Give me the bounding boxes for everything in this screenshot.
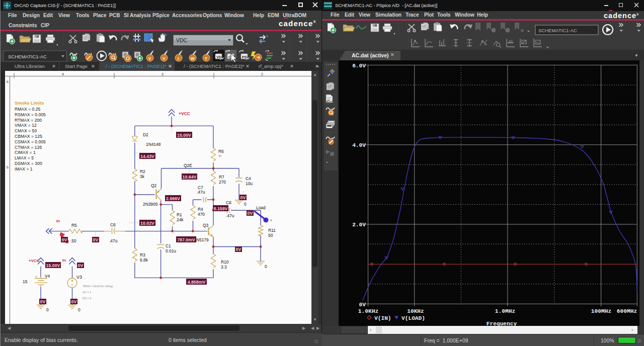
svg-text:+VCC: +VCC bbox=[29, 258, 40, 263]
svg-text:CMAX = 50: CMAX = 50 bbox=[15, 128, 37, 133]
svg-text:CBMAX = 125: CBMAX = 125 bbox=[15, 134, 42, 139]
svg-text:.50: .50 bbox=[70, 238, 76, 243]
svg-text:600MHz: 600MHz bbox=[617, 308, 637, 314]
svg-text:AC = 1: AC = 1 bbox=[83, 291, 91, 294]
svg-text:4.858mV: 4.858mV bbox=[188, 280, 206, 285]
svg-text:T: T bbox=[205, 56, 207, 61]
svg-text:R1: R1 bbox=[177, 212, 182, 217]
svg-text:CSMAX = 0.005: CSMAX = 0.005 bbox=[15, 139, 46, 144]
svg-text:0V: 0V bbox=[40, 299, 46, 304]
svg-text:RMAX = 0.25: RMAX = 0.25 bbox=[15, 107, 41, 112]
svg-text:0V: 0V bbox=[248, 211, 253, 216]
svg-text:PD: PD bbox=[242, 55, 248, 59]
svg-text:0V: 0V bbox=[78, 263, 84, 268]
svg-text:0.01u: 0.01u bbox=[166, 248, 176, 253]
svg-text:0V: 0V bbox=[71, 299, 77, 304]
svg-text:RTMAX = 200: RTMAX = 200 bbox=[15, 118, 42, 123]
svg-text:.47u: .47u bbox=[226, 213, 234, 218]
svg-text:24k: 24k bbox=[177, 217, 184, 222]
svg-text:6.8k: 6.8k bbox=[140, 257, 148, 263]
svg-text:K1: K1 bbox=[536, 41, 540, 44]
svg-text:V: V bbox=[163, 56, 166, 61]
svg-text:C4: C4 bbox=[246, 176, 251, 181]
svg-text:R6: R6 bbox=[218, 149, 224, 154]
svg-text:I: I bbox=[178, 56, 179, 61]
svg-text:15.00V: 15.00V bbox=[46, 263, 60, 268]
svg-text:R2: R2 bbox=[140, 169, 145, 174]
svg-text:0V: 0V bbox=[62, 237, 67, 242]
svg-text:V4: V4 bbox=[45, 274, 50, 279]
svg-text:14.43V: 14.43V bbox=[140, 154, 154, 159]
svg-text:CTMAX = 125: CTMAX = 125 bbox=[15, 145, 42, 150]
svg-text:2.0V: 2.0V bbox=[352, 222, 366, 228]
svg-text:R7: R7 bbox=[219, 175, 224, 180]
svg-text:3: 3 bbox=[162, 72, 164, 76]
svg-text:0: 0 bbox=[265, 264, 267, 269]
svg-text:b: b bbox=[7, 80, 9, 83]
svg-text:R11: R11 bbox=[268, 228, 276, 233]
svg-text:IMAX = 1: IMAX = 1 bbox=[15, 166, 33, 171]
svg-text:4.0V: 4.0V bbox=[352, 142, 366, 148]
svg-text:✕: ✕ bbox=[520, 28, 524, 33]
svg-text:V3: V3 bbox=[76, 275, 82, 280]
svg-text:6.0V: 6.0V bbox=[352, 63, 366, 69]
svg-text:V(IN): V(IN) bbox=[374, 315, 391, 321]
svg-text:R10: R10 bbox=[221, 260, 229, 265]
svg-text:Frequency: Frequency bbox=[487, 321, 517, 326]
svg-text:R5: R5 bbox=[71, 223, 77, 228]
svg-text:V: V bbox=[148, 56, 151, 61]
svg-text:0V: 0V bbox=[236, 247, 242, 252]
svg-text:C6: C6 bbox=[110, 222, 116, 227]
svg-text:0: 0 bbox=[78, 307, 80, 312]
svg-text:2.996V: 2.996V bbox=[166, 196, 180, 201]
svg-text:b: b bbox=[7, 165, 9, 169]
svg-text:abc: abc bbox=[509, 39, 513, 42]
svg-text:1.0MHz: 1.0MHz bbox=[495, 308, 515, 314]
svg-text:R4: R4 bbox=[198, 207, 203, 212]
svg-text:3k: 3k bbox=[140, 174, 145, 179]
svg-text:.47u: .47u bbox=[109, 238, 118, 243]
svg-text:0V: 0V bbox=[93, 237, 99, 242]
svg-text:10KHz: 10KHz bbox=[407, 308, 424, 314]
svg-text:3.3: 3.3 bbox=[221, 265, 227, 270]
svg-text:DC = 0: DC = 0 bbox=[83, 297, 91, 300]
svg-text:10.02V: 10.02V bbox=[140, 221, 154, 226]
svg-text:SCHEMATIC1-AC: SCHEMATIC1-AC bbox=[538, 28, 577, 33]
svg-text:v: v bbox=[270, 218, 272, 222]
svg-text:0V: 0V bbox=[359, 302, 366, 308]
svg-text:VD: VD bbox=[216, 55, 222, 59]
svg-text:100MHz: 100MHz bbox=[591, 308, 611, 314]
svg-text:In: In bbox=[56, 219, 60, 223]
svg-text:Load: Load bbox=[256, 205, 266, 210]
svg-text:Smoke Limits: Smoke Limits bbox=[15, 101, 44, 106]
svg-text:4: 4 bbox=[62, 72, 64, 76]
svg-text:Q3: Q3 bbox=[203, 223, 209, 228]
svg-text:1N4148: 1N4148 bbox=[146, 142, 161, 147]
svg-text:VMAX = 12: VMAX = 12 bbox=[15, 123, 37, 128]
svg-text:.47u: .47u bbox=[197, 190, 205, 195]
svg-text:0V: 0V bbox=[240, 195, 246, 200]
svg-text:+VCC: +VCC bbox=[179, 111, 190, 116]
svg-text:D2: D2 bbox=[143, 132, 148, 137]
svg-text:2: 2 bbox=[261, 72, 263, 76]
svg-text:CIMAX = 1: CIMAX = 1 bbox=[15, 150, 36, 155]
svg-text:787.0mV: 787.0mV bbox=[177, 237, 195, 242]
svg-text:VDC: VDC bbox=[176, 37, 188, 43]
svg-text:0: 0 bbox=[244, 202, 247, 207]
svg-text:R3: R3 bbox=[140, 252, 145, 257]
svg-text:8.159V: 8.159V bbox=[214, 206, 228, 211]
svg-text:C8: C8 bbox=[226, 200, 231, 205]
svg-text:270: 270 bbox=[219, 180, 226, 185]
svg-text:V(LOAD): V(LOAD) bbox=[401, 315, 425, 321]
svg-text:1.0KHz: 1.0KHz bbox=[358, 308, 378, 314]
svg-text:RSMAX = 0.005: RSMAX = 0.005 bbox=[15, 112, 46, 117]
svg-text:TRAN = Sin(0.5m 1Meg): TRAN = Sin(0.5m 1Meg) bbox=[83, 285, 113, 288]
svg-text:40: 40 bbox=[218, 154, 221, 157]
svg-text:15.00V: 15.00V bbox=[177, 133, 191, 138]
svg-text:470: 470 bbox=[198, 212, 205, 217]
svg-text:N5179: N5179 bbox=[196, 237, 209, 242]
svg-text:Q2: Q2 bbox=[151, 183, 157, 188]
svg-text:LMAX = 5: LMAX = 5 bbox=[15, 155, 34, 160]
svg-text:In: In bbox=[62, 258, 66, 263]
svg-text:2N3905: 2N3905 bbox=[143, 202, 158, 207]
